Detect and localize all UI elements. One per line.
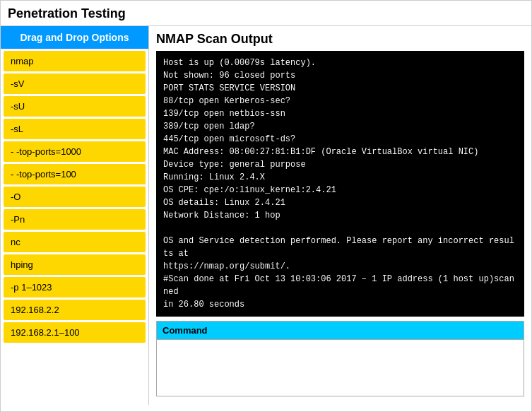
sidebar-item-nmap[interactable]: nmap	[4, 51, 146, 71]
content-area: NMAP Scan Output Host is up (0.00079s la…	[149, 26, 531, 405]
sidebar-item-hping[interactable]: hping	[4, 254, 146, 275]
sidebar-item-ip2[interactable]: 192.168.2.1–100	[4, 322, 146, 343]
sidebar: Drag and Drop Options nmap-sV-sU-sL- -to…	[1, 26, 149, 405]
nmap-title: NMAP Scan Output	[156, 32, 524, 47]
sidebar-item-top-ports-100[interactable]: - -top-ports=100	[4, 164, 146, 184]
sidebar-item-ip1[interactable]: 192.168.2.2	[4, 300, 146, 320]
sidebar-item-p-range[interactable]: -p 1–1023	[4, 277, 146, 298]
page-title: Penetration Testing	[1, 1, 531, 25]
command-label: Command	[156, 321, 524, 340]
sidebar-items-container: nmap-sV-sU-sL- -top-ports=1000- -top-por…	[1, 51, 148, 343]
page-wrapper: Penetration Testing Drag and Drop Option…	[0, 0, 532, 412]
command-section: Command	[156, 321, 524, 399]
main-layout: Drag and Drop Options nmap-sV-sU-sL- -to…	[1, 25, 531, 405]
sidebar-item-Pn[interactable]: -Pn	[4, 209, 146, 230]
sidebar-header: Drag and Drop Options	[1, 26, 148, 49]
command-input[interactable]	[156, 340, 524, 396]
sidebar-item-O[interactable]: -O	[4, 187, 146, 207]
sidebar-item-sL[interactable]: -sL	[4, 119, 146, 139]
sidebar-item-sV[interactable]: -sV	[4, 73, 146, 94]
sidebar-item-sU[interactable]: -sU	[4, 96, 146, 117]
sidebar-item-nc[interactable]: nc	[4, 232, 146, 252]
nmap-output: Host is up (0.00079s latency). Not shown…	[156, 51, 524, 317]
sidebar-item-top-ports-1000[interactable]: - -top-ports=1000	[4, 141, 146, 162]
